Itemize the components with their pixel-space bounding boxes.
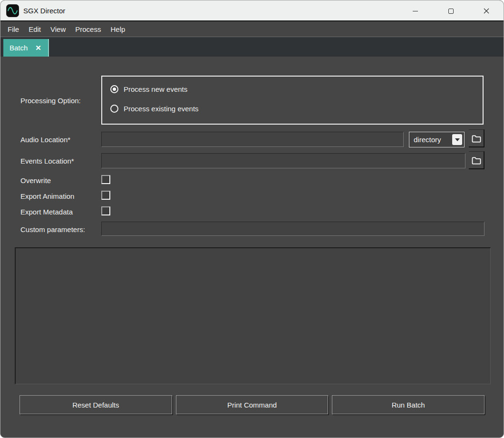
- export-metadata-label: Export Metadata: [20, 208, 73, 216]
- print-command-button[interactable]: Print Command: [176, 395, 329, 414]
- window-title: SGX Director: [23, 7, 65, 15]
- radio-processing-1[interactable]: [110, 105, 118, 113]
- radio-processing-0[interactable]: [110, 85, 118, 93]
- menu-edit[interactable]: Edit: [24, 21, 46, 37]
- minimize-icon: [413, 11, 418, 11]
- overwrite-checkbox[interactable]: [101, 175, 110, 184]
- close-button[interactable]: [477, 3, 496, 19]
- menu-bar: File Edit View Process Help: [0, 21, 504, 37]
- chevron-down-icon: [455, 138, 460, 141]
- reset-defaults-button[interactable]: Reset Defaults: [19, 395, 172, 414]
- audio-location-input[interactable]: [101, 132, 404, 147]
- run-batch-button[interactable]: Run Batch: [332, 395, 485, 414]
- menu-process[interactable]: Process: [70, 21, 106, 37]
- folder-icon: [471, 155, 482, 166]
- menu-view[interactable]: View: [46, 21, 70, 37]
- menu-file[interactable]: File: [3, 21, 24, 37]
- title-bar: SGX Director: [0, 0, 504, 21]
- radio-row-existing-events[interactable]: Process existing events: [110, 105, 199, 113]
- app-logo-icon: [6, 4, 19, 17]
- events-location-browse-button[interactable]: [469, 151, 485, 169]
- menu-help[interactable]: Help: [106, 21, 130, 37]
- folder-icon: [471, 133, 482, 144]
- output-log-area[interactable]: [15, 247, 491, 384]
- app-window: SGX Director File Edit View Process Help…: [0, 0, 504, 438]
- tab-batch-label: Batch: [10, 44, 28, 52]
- custom-parameters-input[interactable]: [101, 222, 485, 236]
- close-icon: [483, 8, 490, 14]
- processing-option-group: Process new events Process existing even…: [101, 76, 484, 125]
- custom-parameters-label: Custom parameters:: [20, 225, 85, 234]
- window-controls: [406, 0, 496, 21]
- radio-label-existing-events: Process existing events: [124, 105, 199, 113]
- radio-label-new-events: Process new events: [124, 85, 187, 93]
- export-metadata-checkbox[interactable]: [101, 206, 110, 215]
- overwrite-label: Overwrite: [20, 176, 51, 185]
- audio-location-browse-button[interactable]: [469, 129, 485, 147]
- combo-dropdown-button[interactable]: [452, 134, 462, 145]
- processing-option-label: Processing Option:: [20, 97, 81, 105]
- events-location-label: Events Location*: [20, 157, 74, 165]
- tab-bar: Batch ✕: [0, 37, 504, 57]
- export-animation-label: Export Animation: [20, 192, 74, 200]
- action-button-row: Reset Defaults Print Command Run Batch: [19, 395, 485, 414]
- maximize-icon: [448, 9, 454, 14]
- radio-row-new-events[interactable]: Process new events: [110, 85, 187, 93]
- audio-location-type-select[interactable]: directory: [409, 132, 465, 147]
- combo-selected-value: directory: [409, 136, 452, 144]
- tab-batch[interactable]: Batch ✕: [3, 39, 49, 57]
- minimize-button[interactable]: [406, 3, 425, 19]
- audio-location-label: Audio Location*: [20, 136, 70, 144]
- events-location-input[interactable]: [101, 153, 465, 168]
- maximize-button[interactable]: [441, 3, 460, 19]
- export-animation-checkbox[interactable]: [101, 191, 110, 200]
- tab-close-icon[interactable]: ✕: [35, 44, 41, 51]
- batch-panel: Processing Option: Process new events Pr…: [0, 57, 504, 437]
